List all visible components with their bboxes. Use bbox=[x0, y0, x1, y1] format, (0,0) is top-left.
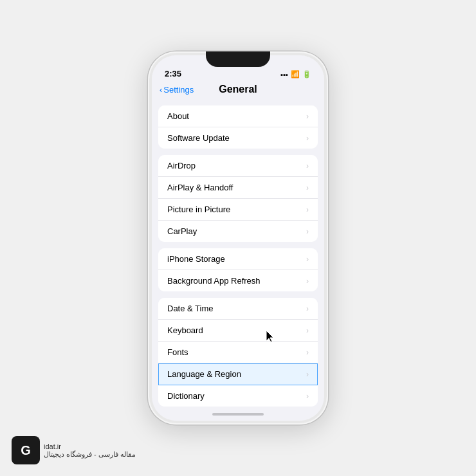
row-background-app-refresh-label: Background App Refresh bbox=[167, 276, 261, 286]
row-iphone-storage[interactable]: iPhone Storage › bbox=[158, 248, 318, 270]
row-dictionary[interactable]: Dictionary › bbox=[158, 385, 318, 407]
nav-title: General bbox=[219, 84, 257, 95]
row-background-app-refresh-chevron: › bbox=[306, 277, 309, 286]
row-about[interactable]: About › bbox=[158, 105, 318, 127]
row-picture-in-picture-label: Picture in Picture bbox=[167, 205, 230, 214]
battery-icon: 🔋 bbox=[302, 70, 311, 78]
row-airplay-handoff-label: AirPlay & Handoff bbox=[167, 183, 233, 192]
row-dictionary-label: Dictionary bbox=[167, 391, 205, 401]
settings-group-4: Date & Time › Keyboard › Fonts › Langu bbox=[158, 298, 318, 407]
row-about-chevron: › bbox=[306, 112, 309, 121]
settings-group-2: AirDrop › AirPlay & Handoff › Picture in… bbox=[158, 155, 318, 242]
section-2: AirDrop › AirPlay & Handoff › Picture in… bbox=[152, 155, 324, 242]
row-iphone-storage-label: iPhone Storage bbox=[167, 254, 225, 264]
status-icons: ▪▪▪ 📶 🔋 bbox=[280, 70, 311, 78]
screen: 2:35 ▪▪▪ 📶 🔋 ‹ Settings General bbox=[152, 55, 324, 421]
row-software-update[interactable]: Software Update › bbox=[158, 127, 318, 149]
row-fonts-label: Fonts bbox=[167, 347, 188, 357]
row-software-update-chevron: › bbox=[306, 134, 309, 143]
row-language-region[interactable]: Language & Region › bbox=[158, 363, 318, 385]
section-3: iPhone Storage › Background App Refresh … bbox=[152, 248, 324, 291]
scene: 2:35 ▪▪▪ 📶 🔋 ‹ Settings General bbox=[0, 0, 476, 476]
phone: 2:35 ▪▪▪ 📶 🔋 ‹ Settings General bbox=[148, 51, 328, 425]
row-carplay-chevron: › bbox=[306, 227, 309, 236]
row-date-time-chevron: › bbox=[306, 304, 309, 313]
row-dictionary-chevron: › bbox=[306, 392, 309, 401]
row-about-label: About bbox=[167, 111, 189, 121]
watermark-logo: G bbox=[12, 436, 40, 464]
row-airdrop[interactable]: AirDrop › bbox=[158, 155, 318, 177]
status-time: 2:35 bbox=[165, 69, 181, 78]
settings-group-3: iPhone Storage › Background App Refresh … bbox=[158, 248, 318, 291]
row-airdrop-label: AirDrop bbox=[167, 161, 196, 170]
row-background-app-refresh[interactable]: Background App Refresh › bbox=[158, 270, 318, 291]
row-fonts-chevron: › bbox=[306, 348, 309, 357]
row-fonts[interactable]: Fonts › bbox=[158, 342, 318, 363]
settings-group-1: About › Software Update › bbox=[158, 105, 318, 149]
row-keyboard-label: Keyboard bbox=[167, 325, 203, 335]
row-software-update-label: Software Update bbox=[167, 133, 230, 143]
back-button[interactable]: ‹ Settings bbox=[160, 85, 194, 95]
home-bar bbox=[212, 413, 264, 416]
watermark: G idat.ir مقاله فارسی - فروشگاه دیجیتال bbox=[12, 436, 136, 464]
row-keyboard[interactable]: Keyboard › bbox=[158, 320, 318, 342]
watermark-site: idat.ir bbox=[44, 443, 136, 450]
row-date-time[interactable]: Date & Time › bbox=[158, 298, 318, 320]
row-date-time-label: Date & Time bbox=[167, 304, 214, 313]
watermark-logo-letter: G bbox=[21, 443, 31, 458]
row-language-region-label: Language & Region bbox=[167, 369, 241, 379]
row-airdrop-chevron: › bbox=[306, 161, 309, 170]
home-indicator bbox=[152, 408, 324, 421]
watermark-info: idat.ir مقاله فارسی - فروشگاه دیجیتال bbox=[44, 443, 136, 459]
back-label[interactable]: Settings bbox=[163, 85, 194, 95]
row-language-region-chevron: › bbox=[306, 370, 309, 379]
row-carplay[interactable]: CarPlay › bbox=[158, 221, 318, 242]
row-carplay-label: CarPlay bbox=[167, 226, 197, 236]
row-picture-in-picture[interactable]: Picture in Picture › bbox=[158, 199, 318, 221]
row-iphone-storage-chevron: › bbox=[306, 255, 309, 264]
back-chevron-icon: ‹ bbox=[160, 85, 162, 95]
content: About › Software Update › AirDrop bbox=[152, 100, 324, 408]
row-airplay-handoff[interactable]: AirPlay & Handoff › bbox=[158, 177, 318, 199]
row-airplay-handoff-chevron: › bbox=[306, 183, 309, 192]
row-picture-in-picture-chevron: › bbox=[306, 205, 309, 214]
notch bbox=[206, 51, 270, 67]
section-4: Date & Time › Keyboard › Fonts › Langu bbox=[152, 298, 324, 407]
row-keyboard-chevron: › bbox=[306, 326, 309, 335]
signal-icon: ▪▪▪ bbox=[280, 71, 288, 78]
wifi-icon: 📶 bbox=[291, 70, 300, 78]
watermark-desc: مقاله فارسی - فروشگاه دیجیتال bbox=[44, 450, 136, 459]
section-1: About › Software Update › bbox=[152, 105, 324, 149]
nav-bar: ‹ Settings General bbox=[152, 81, 324, 100]
